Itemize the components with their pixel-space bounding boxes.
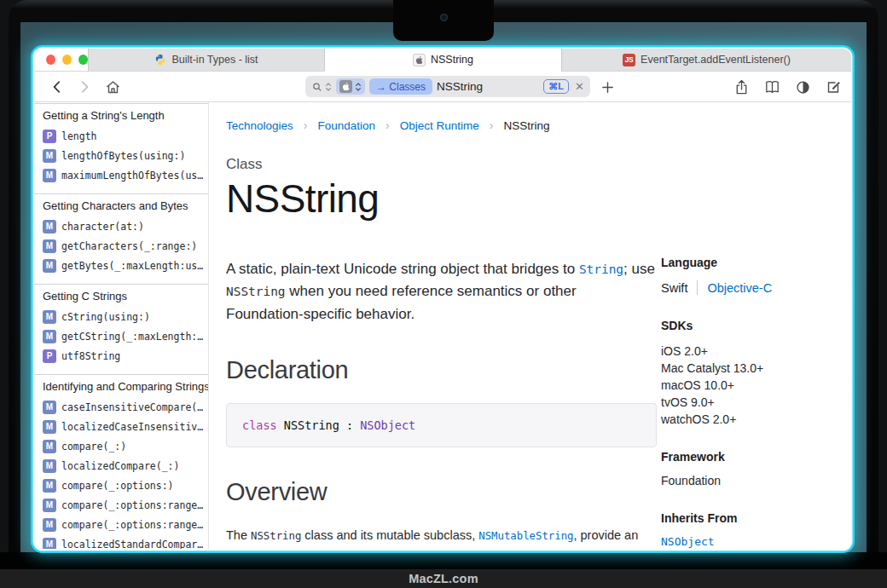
sidebar-item[interactable]: Mcompare(_:options:range…	[34, 515, 208, 534]
inline-code: NSString	[226, 285, 286, 298]
symbol-name: localizedCaseInsensitiv…	[61, 421, 203, 433]
python-tab-icon	[154, 54, 166, 66]
compose-button[interactable]	[822, 72, 844, 102]
sidebar-item[interactable]: MlengthOfBytes(using:)	[34, 146, 208, 165]
sdk-item: tvOS 9.0+	[661, 394, 844, 411]
symbol-kind-eyebrow: Class	[226, 156, 657, 173]
abstract-text: A static, plain-text Unicode string obje…	[226, 258, 657, 326]
keyboard-shortcut-badge: ⌘L	[543, 79, 569, 94]
sidebar-section: Getting C StringsMcString(using:)MgetCSt…	[34, 284, 208, 374]
clear-field-button[interactable]: ✕	[575, 80, 584, 93]
symbol-name: getCString(_:maxLength:…	[61, 331, 203, 343]
reader-appearance-button[interactable]	[791, 72, 814, 102]
url-text[interactable]: NSString	[437, 80, 539, 93]
tab-nsstring[interactable]: NSString	[324, 49, 561, 72]
sidebar-item[interactable]: Mcharacter(at:)	[34, 216, 208, 236]
browser-toolbar: → Classes NSString ⌘L ✕	[34, 72, 851, 102]
laptop-mockup: Built-in Types - listNSStringJSEventTarg…	[0, 0, 887, 588]
breadcrumb-technologies[interactable]: Technologies	[226, 119, 293, 132]
language-option-swift[interactable]: Swift	[661, 281, 687, 295]
safari-window: Built-in Types - listNSStringJSEventTarg…	[34, 49, 851, 550]
symbol-kind-badge: M	[43, 459, 56, 473]
contrast-icon	[795, 79, 811, 95]
search-scope-token[interactable]: → Classes	[369, 78, 432, 95]
zoom-window-button[interactable]	[78, 55, 88, 65]
back-button[interactable]	[46, 72, 68, 102]
metadata-rail: Language SwiftObjective-C SDKs iOS 2.0+M…	[661, 256, 844, 548]
breadcrumb-foundation[interactable]: Foundation	[317, 119, 375, 132]
sidebar-section-title: Getting a String's Length	[34, 106, 208, 126]
sidebar-item[interactable]: MlocalizedStandardCompar…	[34, 534, 208, 549]
inline-code-link[interactable]: String	[579, 262, 623, 276]
forward-button[interactable]	[73, 72, 96, 102]
text-run: class and its mutable subclass,	[301, 528, 478, 542]
symbol-name: character(at:)	[61, 221, 144, 233]
declaration-heading: Declaration	[226, 356, 657, 384]
symbol-name: lengthOfBytes(using:)	[61, 150, 185, 162]
close-window-button[interactable]	[46, 55, 55, 65]
search-engine-selector[interactable]	[311, 81, 332, 93]
sidebar-item[interactable]: McaseInsensitiveCompare(…	[34, 397, 208, 417]
book-icon	[763, 78, 781, 95]
text-run: ; use	[623, 261, 655, 277]
plus-icon	[600, 80, 615, 95]
url-search-field[interactable]: → Classes NSString ⌘L ✕	[305, 76, 590, 97]
sidebar-item[interactable]: Mcompare(_:)	[34, 436, 208, 456]
symbol-kind-badge: M	[43, 259, 56, 273]
symbol-kind-badge: M	[43, 440, 56, 453]
symbol-name: localizedCompare(_:)	[61, 460, 179, 472]
chevron-left-icon	[49, 78, 66, 95]
tab-label: Built-in Types - list	[171, 54, 258, 66]
sidebar-item[interactable]: MgetCString(_:maxLength:…	[34, 326, 208, 346]
sidebar-item[interactable]: MgetBytes(_:maxLength:us…	[34, 256, 208, 275]
sidebar-item[interactable]: MlocalizedCaseInsensitiv…	[34, 417, 208, 436]
tab-eventtarget-addeventlistener[interactable]: JSEventTarget.addEventListener()	[561, 49, 851, 72]
share-button[interactable]	[730, 72, 752, 102]
symbol-name: length	[61, 130, 97, 142]
language-option-objective-c[interactable]: Objective-C	[707, 281, 772, 295]
breadcrumb-nsstring: NSString	[503, 119, 549, 132]
symbol-kind-badge: M	[43, 499, 56, 512]
sidebar-item[interactable]: MgetCharacters(_:range:)	[34, 236, 208, 256]
tab-label: EventTarget.addEventListener()	[641, 54, 791, 66]
bookmarks-button[interactable]	[761, 72, 783, 102]
camera-icon	[440, 14, 448, 21]
home-button[interactable]	[101, 72, 125, 102]
new-tab-button[interactable]	[597, 72, 617, 102]
sidebar-item[interactable]: Mcompare(_:options:)	[34, 476, 208, 495]
sidebar-item[interactable]: Putf8String	[34, 346, 208, 366]
symbol-kind-badge: M	[43, 401, 56, 414]
tab-built-in-types-list[interactable]: Built-in Types - list	[88, 49, 324, 72]
divider	[697, 280, 698, 295]
symbol-kind-badge: M	[43, 310, 56, 324]
text-run: A static, plain-text Unicode string obje…	[226, 261, 579, 277]
sdk-item: macOS 10.0+	[661, 377, 844, 394]
minimize-window-button[interactable]	[62, 55, 72, 65]
sidebar-item[interactable]: MmaximumLengthOfBytes(us…	[34, 165, 208, 185]
display-notch	[393, 0, 494, 41]
symbol-name: caseInsensitiveCompare(…	[61, 401, 203, 413]
laptop-hinge	[0, 552, 887, 569]
symbol-name: maximumLengthOfBytes(us…	[61, 170, 203, 182]
symbol-kind-badge: M	[43, 518, 56, 532]
overview-heading: Overview	[226, 478, 657, 506]
inline-code-link[interactable]: NSMutableString	[478, 530, 573, 542]
symbol-kind-badge: M	[43, 330, 56, 343]
site-scope-selector[interactable]	[336, 78, 365, 95]
sidebar-item[interactable]: Plength	[34, 126, 208, 146]
sidebar-section: Getting Characters and BytesMcharacter(a…	[34, 193, 208, 284]
sidebar-item[interactable]: MlocalizedCompare(_:)	[34, 456, 208, 476]
apple-tab-icon	[413, 54, 426, 66]
inline-code-link[interactable]: NSObject	[360, 418, 415, 432]
symbol-name: localizedStandardCompar…	[61, 539, 203, 550]
breadcrumb: Technologies›Foundation›Object Runtime›N…	[226, 102, 657, 132]
api-sidebar: Getting a String's LengthPlengthMlengthO…	[34, 102, 209, 549]
inherits-from-link[interactable]: NSObject	[661, 535, 844, 548]
declaration-code-block: class NSString : NSObject	[226, 403, 657, 447]
symbol-kind-badge: M	[43, 220, 56, 233]
breadcrumb-separator-icon: ›	[304, 118, 308, 132]
sidebar-item[interactable]: Mcompare(_:options:range…	[34, 495, 208, 515]
sidebar-item[interactable]: McString(using:)	[34, 307, 208, 326]
compose-icon	[825, 78, 842, 95]
breadcrumb-object-runtime[interactable]: Object Runtime	[400, 119, 479, 132]
